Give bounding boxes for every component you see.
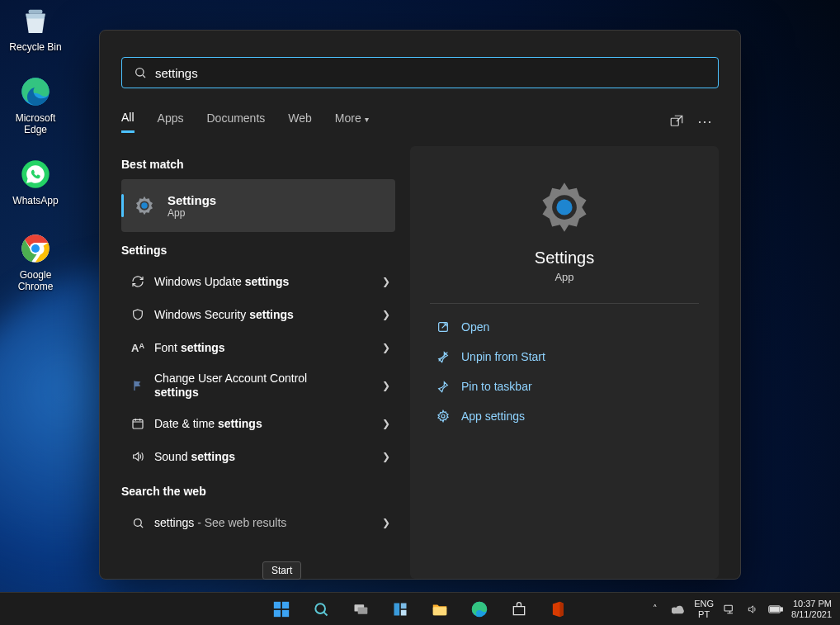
- store-button[interactable]: [503, 593, 536, 626]
- svg-line-25: [323, 612, 327, 615]
- language-line2: PT: [694, 609, 714, 620]
- open-in-window-icon[interactable]: [663, 107, 691, 135]
- desktop-icon-chrome[interactable]: Google Chrome: [3, 231, 68, 292]
- chevron-right-icon: ❯: [382, 451, 390, 462]
- chevron-right-icon: ❯: [382, 276, 390, 287]
- flag-icon: [126, 379, 149, 392]
- clock[interactable]: 10:37 PM 8/11/2021: [791, 599, 832, 619]
- language-line1: ENG: [694, 599, 714, 609]
- widgets-button[interactable]: [384, 593, 417, 626]
- sound-icon: [126, 450, 149, 463]
- result-label: Windows Security settings: [149, 308, 382, 322]
- result-uac-settings[interactable]: Change User Account Control settings ❯: [121, 364, 395, 407]
- action-label: Unpin from Start: [461, 350, 545, 363]
- edge-button[interactable]: [463, 593, 496, 626]
- onedrive-icon[interactable]: [671, 602, 686, 617]
- filter-documents[interactable]: Documents: [206, 111, 265, 131]
- result-web-search[interactable]: settings - See web results ❯: [121, 506, 395, 539]
- result-sound-settings[interactable]: Sound settings ❯: [121, 440, 395, 473]
- svg-rect-28: [394, 603, 400, 615]
- filter-all[interactable]: All: [121, 111, 134, 133]
- svg-rect-0: [29, 10, 43, 14]
- open-icon: [433, 320, 453, 334]
- filter-more-label: More: [335, 111, 361, 125]
- action-app-settings[interactable]: App settings: [430, 401, 699, 431]
- result-windows-update-settings[interactable]: Windows Update settings ❯: [121, 265, 395, 298]
- result-windows-security-settings[interactable]: Windows Security settings ❯: [121, 298, 395, 331]
- gear-icon: [433, 410, 453, 423]
- svg-rect-36: [770, 607, 779, 612]
- search-web-label: Search the web: [121, 485, 395, 498]
- svg-rect-12: [133, 419, 143, 429]
- result-label: Sound settings: [149, 450, 382, 464]
- result-date-time-settings[interactable]: Date & time settings ❯: [121, 407, 395, 440]
- svg-rect-31: [433, 607, 447, 615]
- detail-subtitle: App: [554, 271, 573, 283]
- tray-chevron-up-icon[interactable]: ˄: [648, 602, 663, 617]
- svg-line-14: [140, 525, 143, 528]
- svg-rect-8: [671, 118, 678, 125]
- taskbar: ˄ ENG PT 10:37 PM 8/11/2021: [0, 592, 840, 625]
- svg-rect-23: [282, 609, 289, 616]
- start-button[interactable]: [265, 593, 298, 626]
- clock-date: 8/11/2021: [791, 609, 832, 620]
- action-open[interactable]: Open: [430, 312, 699, 342]
- result-font-settings[interactable]: AA Font settings ❯: [121, 331, 395, 364]
- desktop-icon-whatsapp[interactable]: WhatsApp: [3, 157, 68, 206]
- desktop-icon-label: WhatsApp: [3, 195, 68, 206]
- result-label: Font settings: [149, 341, 382, 355]
- svg-point-19: [441, 414, 445, 418]
- filter-bar: All Apps Documents Web More▾ ⋯: [121, 105, 719, 138]
- action-label: App settings: [461, 410, 525, 423]
- edge-icon: [18, 74, 53, 109]
- desktop-icon-label: Recycle Bin: [3, 41, 68, 53]
- action-pin-to-taskbar[interactable]: Pin to taskbar: [430, 372, 699, 401]
- svg-point-11: [141, 202, 148, 209]
- clock-icon: [126, 417, 149, 430]
- desktop-icon-edge[interactable]: Microsoft Edge: [3, 74, 68, 135]
- results-list: Best match Settings App Settings Windows…: [121, 146, 395, 579]
- svg-point-13: [134, 518, 141, 526]
- result-label: settings - See web results: [149, 516, 382, 530]
- system-tray: ˄ ENG PT 10:37 PM 8/11/2021: [648, 599, 840, 619]
- svg-rect-33: [724, 605, 732, 611]
- volume-icon[interactable]: [745, 602, 760, 617]
- filter-more[interactable]: More▾: [335, 111, 369, 131]
- chrome-icon: [18, 231, 53, 266]
- search-box[interactable]: [121, 57, 719, 88]
- action-unpin-from-start[interactable]: Unpin from Start: [430, 342, 699, 372]
- svg-rect-20: [274, 601, 281, 608]
- settings-gear-icon: [131, 192, 158, 219]
- result-label: Windows Update settings: [149, 275, 382, 289]
- battery-icon[interactable]: [768, 602, 783, 617]
- best-match-title: Settings: [168, 193, 216, 207]
- desktop-icon-recycle-bin[interactable]: Recycle Bin: [3, 3, 68, 53]
- more-options-icon[interactable]: ⋯: [691, 107, 719, 135]
- start-search-panel: All Apps Documents Web More▾ ⋯ Best matc…: [99, 30, 741, 580]
- svg-point-5: [31, 244, 40, 253]
- clock-time: 10:37 PM: [791, 599, 832, 609]
- settings-gear-icon: [536, 179, 592, 235]
- action-label: Open: [461, 320, 489, 334]
- recycle-bin-icon: [18, 3, 53, 38]
- search-icon: [126, 517, 149, 529]
- file-explorer-button[interactable]: [423, 593, 456, 626]
- best-match-subtitle: App: [168, 207, 216, 219]
- taskbar-search-button[interactable]: [304, 593, 337, 626]
- svg-rect-30: [401, 609, 407, 615]
- best-match-item[interactable]: Settings App: [121, 179, 395, 232]
- result-label: Change User Account Control settings: [149, 372, 382, 400]
- unpin-icon: [433, 350, 453, 363]
- divider: [430, 303, 699, 304]
- svg-point-6: [136, 69, 144, 76]
- taskbar-center: [265, 593, 575, 626]
- filter-apps[interactable]: Apps: [158, 111, 184, 131]
- task-view-button[interactable]: [344, 593, 377, 626]
- office-button[interactable]: [542, 593, 575, 626]
- search-icon: [134, 66, 147, 79]
- search-input[interactable]: [155, 66, 706, 80]
- filter-web[interactable]: Web: [288, 111, 312, 131]
- network-icon[interactable]: [722, 602, 737, 617]
- language-indicator[interactable]: ENG PT: [694, 599, 714, 619]
- svg-rect-21: [282, 601, 289, 608]
